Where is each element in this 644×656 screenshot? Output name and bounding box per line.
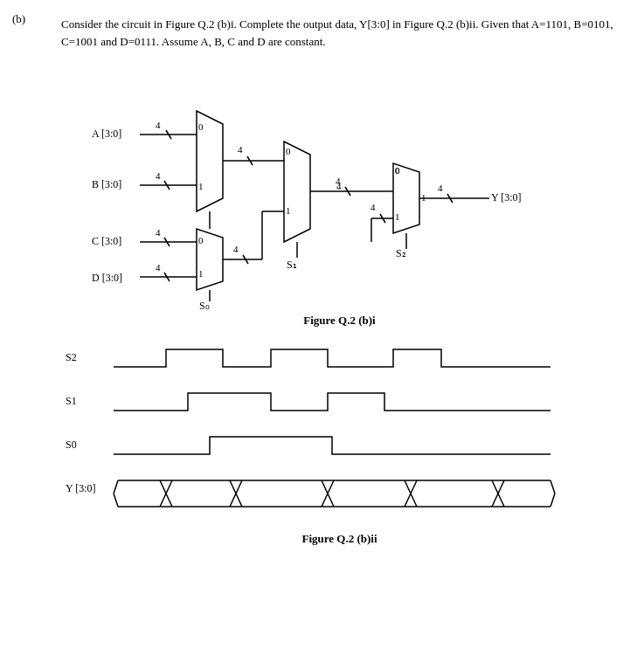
svg-text:1: 1 (286, 205, 291, 216)
question-text: Consider the circuit in Figure Q.2 (b)i.… (61, 16, 629, 50)
part-label: (b) (12, 12, 25, 26)
svg-text:4: 4 (438, 183, 443, 193)
svg-text:S₂: S₂ (396, 247, 406, 259)
svg-line-87 (551, 480, 555, 494)
svg-text:4: 4 (233, 244, 239, 254)
svg-text:0: 0 (198, 121, 204, 132)
svg-text:1: 1 (421, 192, 426, 203)
svg-text:C [3:0]: C [3:0] (92, 235, 121, 247)
svg-text:4: 4 (156, 227, 161, 238)
svg-text:1: 1 (198, 268, 204, 279)
timing-diagram: S2 S1 S0 Y [3:0] (61, 336, 620, 528)
svg-text:A [3:0]: A [3:0] (92, 128, 121, 140)
svg-text:B [3:0]: B [3:0] (92, 178, 121, 190)
svg-text:S2: S2 (66, 351, 77, 363)
svg-text:Y [3:0]: Y [3:0] (491, 191, 522, 204)
figure-top-label: Figure Q.2 (b)i (61, 314, 618, 328)
and-word: and (100, 35, 117, 48)
svg-text:4: 4 (156, 120, 161, 130)
svg-text:0: 0 (286, 146, 291, 156)
svg-line-66 (114, 494, 118, 507)
svg-text:0: 0 (395, 165, 400, 176)
svg-line-88 (551, 494, 555, 507)
svg-text:S₁: S₁ (287, 259, 297, 271)
timing-svg: S2 S1 S0 Y [3:0] (61, 336, 620, 528)
circuit-svg: A [3:0] 4 0 B [3:0] 4 1 S₀ (61, 59, 620, 312)
figure-bottom-label: Figure Q.2 (b)ii (61, 532, 618, 546)
svg-text:1: 1 (395, 211, 400, 222)
svg-text:S0: S0 (66, 438, 77, 451)
svg-text:S₀: S₀ (199, 300, 210, 312)
svg-text:1: 1 (198, 181, 204, 191)
circuit-diagram: A [3:0] 4 0 B [3:0] 4 1 S₀ (61, 59, 620, 312)
svg-text:4: 4 (156, 170, 161, 181)
svg-line-65 (114, 480, 118, 494)
svg-marker-16 (284, 142, 310, 242)
svg-text:S1: S1 (66, 395, 77, 407)
svg-text:4: 4 (238, 144, 243, 155)
svg-text:4: 4 (370, 202, 376, 212)
svg-text:4: 4 (336, 181, 342, 191)
svg-text:Y [3:0]: Y [3:0] (66, 482, 96, 494)
svg-line-31 (223, 211, 284, 259)
svg-text:D [3:0]: D [3:0] (92, 272, 122, 284)
svg-text:4: 4 (156, 262, 161, 273)
svg-text:0: 0 (198, 235, 204, 245)
